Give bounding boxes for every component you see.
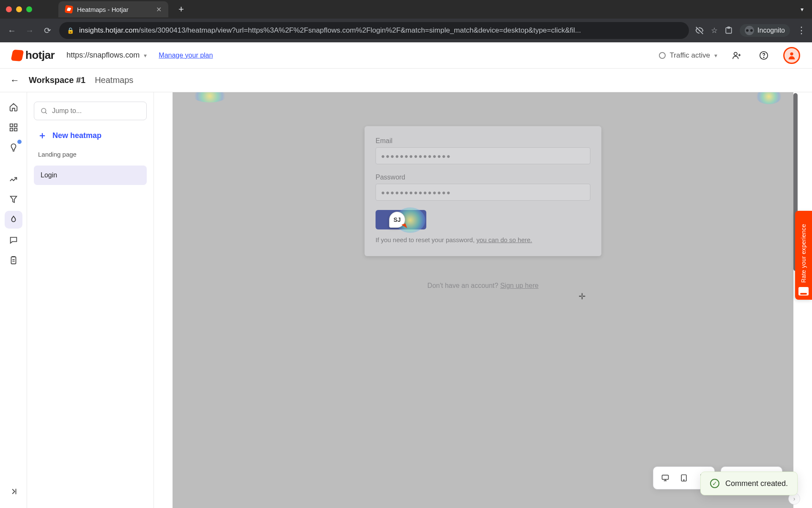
chevron-down-icon: ▾: [714, 52, 717, 59]
password-label: Password: [376, 174, 590, 181]
heatmap-viewport[interactable]: Email Password SJ If you need t: [173, 92, 793, 508]
svg-point-11: [41, 108, 46, 113]
traffic-status[interactable]: Traffic active ▾: [659, 51, 717, 60]
address-bar[interactable]: 🔒 insights.hotjar.com/sites/3090413/heat…: [59, 22, 689, 39]
svg-point-5: [790, 52, 793, 55]
tab-close-button[interactable]: ✕: [156, 6, 162, 14]
hotjar-favicon-icon: [65, 5, 73, 14]
heatmaps-sidebar: ＋ New heatmap Landing page Login: [27, 92, 154, 508]
comment-pin-initials: SJ: [393, 216, 401, 223]
toast-message: Comment created.: [725, 479, 788, 488]
device-tablet-button[interactable]: [676, 470, 691, 486]
email-field: [376, 147, 590, 164]
svg-rect-6: [10, 124, 12, 127]
browser-forward-button[interactable]: →: [24, 25, 36, 36]
rate-experience-tab[interactable]: Rate your experience: [795, 211, 812, 300]
browser-reload-button[interactable]: ⟳: [41, 25, 53, 36]
window-close-button[interactable]: [6, 6, 12, 12]
nav-home[interactable]: [5, 98, 22, 116]
heatmap-item-login[interactable]: Login: [34, 166, 147, 185]
nav-trends[interactable]: [5, 170, 22, 188]
signup-text: Don't have an account? Sign up here: [173, 282, 793, 290]
captured-page: Email Password SJ If you need t: [173, 92, 793, 508]
svg-rect-12: [662, 475, 669, 479]
incognito-label: Incognito: [757, 27, 785, 34]
browser-toolbar: ← → ⟳ 🔒 insights.hotjar.com/sites/309041…: [0, 19, 812, 42]
main-content: ＋ New heatmap Landing page Login Email P…: [0, 92, 812, 508]
browser-back-button[interactable]: ←: [6, 25, 18, 36]
reset-password-text: If you need to reset your password, you …: [376, 236, 590, 243]
browser-titlebar: Heatmaps - Hotjar ✕ + ▾: [0, 0, 812, 19]
help-button[interactable]: [756, 48, 771, 63]
window-controls: [6, 6, 32, 12]
address-text: insights.hotjar.com/sites/3090413/heatma…: [79, 26, 681, 35]
nav-dashboards[interactable]: [5, 119, 22, 136]
browser-chrome: Heatmaps - Hotjar ✕ + ▾ ← → ⟳ 🔒 insights…: [0, 0, 812, 42]
tabs-overflow-icon[interactable]: ▾: [801, 6, 804, 13]
browser-menu-button[interactable]: ⋮: [797, 25, 806, 36]
svg-rect-10: [11, 257, 16, 264]
site-selector-label: https://snapflows.com: [66, 51, 140, 60]
search-input-wrapper[interactable]: [34, 102, 147, 120]
comment-pin[interactable]: SJ: [389, 212, 405, 228]
invite-user-button[interactable]: [729, 48, 744, 63]
manage-plan-link[interactable]: Manage your plan: [159, 52, 213, 59]
heatmap-blob-icon: [193, 92, 227, 102]
heatmap-canvas: Email Password SJ If you need t: [154, 92, 812, 508]
svg-point-14: [683, 480, 684, 480]
email-label: Email: [376, 137, 590, 145]
traffic-label: Traffic active: [670, 51, 710, 60]
nav-surveys[interactable]: [5, 251, 22, 269]
nav-heatmaps[interactable]: [5, 211, 22, 229]
nav-highlights[interactable]: [5, 139, 22, 157]
heatmap-blob-icon: [756, 92, 782, 104]
svg-rect-8: [10, 128, 12, 131]
workspace-name: Workspace #1: [29, 75, 85, 85]
new-heatmap-button[interactable]: ＋ New heatmap: [34, 128, 147, 143]
check-circle-icon: ✓: [710, 479, 719, 488]
password-field: [376, 184, 590, 201]
traffic-indicator-icon: [659, 52, 666, 59]
app-header: hotjar https://snapflows.com ▾ Manage yo…: [0, 42, 812, 69]
signup-link: Sign up here: [500, 282, 539, 289]
back-button[interactable]: ←: [10, 75, 19, 86]
nav-rail: [0, 92, 27, 508]
device-desktop-button[interactable]: [658, 470, 673, 486]
svg-rect-7: [14, 124, 16, 127]
feedback-face-icon: [798, 287, 809, 295]
user-avatar[interactable]: [783, 47, 800, 64]
reset-password-link: you can do so here.: [476, 236, 532, 243]
sidebar-section-label: Landing page: [34, 151, 147, 158]
eye-off-icon[interactable]: [695, 26, 704, 35]
rate-experience-label: Rate your experience: [800, 221, 807, 287]
new-heatmap-label: New heatmap: [52, 131, 102, 140]
svg-rect-9: [14, 128, 16, 131]
search-input[interactable]: [52, 107, 140, 115]
svg-point-2: [734, 52, 737, 55]
site-selector[interactable]: https://snapflows.com ▾: [66, 51, 147, 60]
bookmark-star-icon[interactable]: ☆: [711, 26, 718, 35]
nav-collapse-button[interactable]: [5, 483, 22, 500]
hotjar-logo-text: hotjar: [25, 49, 55, 62]
toast-comment-created: ✓ Comment created.: [700, 472, 798, 495]
plus-icon: ＋: [37, 130, 47, 141]
extensions-icon[interactable]: [724, 26, 733, 35]
hotjar-logo[interactable]: hotjar: [12, 49, 55, 62]
new-tab-button[interactable]: +: [178, 4, 184, 15]
window-minimize-button[interactable]: [16, 6, 22, 12]
notification-dot-icon: [17, 140, 22, 144]
browser-tab[interactable]: Heatmaps - Hotjar ✕: [58, 1, 168, 17]
chevron-down-icon: ▾: [144, 52, 147, 59]
workspace-bar: ← Workspace #1 Heatmaps: [0, 69, 812, 92]
nav-funnels[interactable]: [5, 190, 22, 208]
window-maximize-button[interactable]: [26, 6, 32, 12]
nav-feedback[interactable]: [5, 231, 22, 249]
incognito-badge[interactable]: Incognito: [740, 24, 790, 37]
lock-icon: 🔒: [67, 27, 74, 34]
incognito-icon: [745, 26, 754, 35]
login-form-card: Email Password SJ If you need t: [365, 126, 601, 256]
login-button: SJ: [376, 210, 426, 229]
breadcrumb-current: Heatmaps: [95, 75, 133, 85]
toolbar-icons: ☆ Incognito ⋮: [695, 24, 806, 37]
hotjar-logo-icon: [11, 50, 24, 61]
